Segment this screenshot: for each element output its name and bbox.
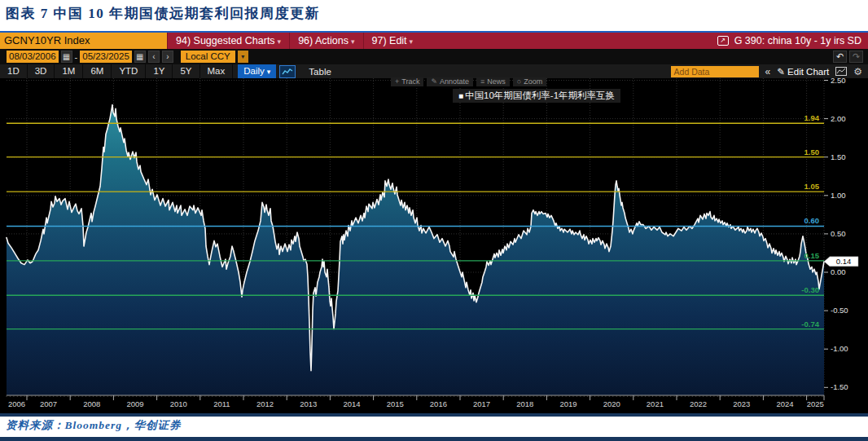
undo-button[interactable]: ↶ [833,51,847,63]
level-label--0.74: -0.74 [801,320,819,329]
track-button[interactable]: +Track [391,77,423,86]
edit-chart-button[interactable]: ✎ Edit Chart [777,66,829,77]
date-bar: 08/03/2006 ▦ - 05/23/2025 ▦ ‹ › Local CC… [0,49,868,64]
level-label-1.94: 1.94 [804,113,820,122]
chart-settings-icon[interactable] [835,67,847,76]
x-axis-year-label: 2023 [733,399,750,408]
undo-redo-group: ↶ ↷ [833,51,868,63]
pencil-icon: ✎ [777,67,785,77]
table-border-bottom [0,437,868,441]
x-axis-year-label: 2025 [807,399,824,408]
x-axis-year-label: 2017 [473,399,490,408]
y-axis-tick-label: -1.00 [831,344,848,353]
x-axis-year-label: 2007 [40,399,57,408]
x-axis-year-label: 2024 [776,399,793,408]
y-axis-tick-label: 1.00 [831,191,846,200]
date-separator: - [75,52,78,62]
security-ticker-input[interactable]: GCNY10YR Index [0,33,167,49]
gear-icon[interactable]: ⚙ [853,66,862,77]
tab-6m[interactable]: 6M [83,64,112,78]
level-label-1.05: 1.05 [804,182,820,191]
x-axis-year-label: 2019 [559,399,576,408]
news-button[interactable]: ≡News [476,77,510,86]
news-icon: ≡ [480,77,484,86]
prev-period-button[interactable]: ‹ [148,51,160,63]
menu-suggested-charts[interactable]: 94) Suggested Charts▾ [167,33,289,49]
tab-5y[interactable]: 5Y [173,64,199,78]
end-calendar-icon[interactable]: ▦ [134,51,146,63]
tab-ytd[interactable]: YTD [112,64,146,78]
collapse-panel-icon[interactable]: « [765,66,771,77]
tab-max[interactable]: Max [200,64,234,78]
y-axis-tick-label: -0.50 [831,306,848,315]
currency-dropdown-icon[interactable]: ▾ [238,51,248,63]
report-page: 图表 7 中国 10 年期国债远期套利回报周度更新 GCNY10YR Index… [0,0,868,441]
x-axis-year-label: 2020 [603,399,620,408]
x-axis-year-label: 2013 [300,399,317,408]
magnifier-icon: ○ [517,77,521,86]
range-tab-bar: 1D 3D 1M 6M YTD 1Y 5Y Max Daily▾ Table A… [0,64,868,78]
x-axis-year-label: 2014 [343,399,360,408]
menu-actions[interactable]: 96) Actions▾ [289,33,362,49]
legend-label: 中国10年期国债利率-1年期利率互换 [465,90,615,100]
last-price-value: 0.14 [836,257,852,266]
annotate-button[interactable]: ✎Annotate [427,77,473,86]
x-axis-year-label: 2008 [83,399,100,408]
level-label--0.30: -0.30 [801,285,819,294]
zoom-button[interactable]: ○Zoom [513,77,546,86]
level-label-0.15: 0.15 [804,251,820,260]
y-axis-tick-label: 1.50 [831,152,846,161]
table-view-button[interactable]: Table [309,67,331,77]
end-date-input[interactable]: 05/23/2025 [80,51,132,63]
tab-1d[interactable]: 1D [0,64,28,78]
level-label-1.50: 1.50 [804,148,820,157]
tab-3d[interactable]: 3D [28,64,55,78]
legend-marker-icon: ■ [458,91,463,100]
chart-toolbar: +Track ✎Annotate ≡News ○Zoom [391,77,546,86]
y-axis-tick-label: 2.50 [831,76,846,85]
tab-1y[interactable]: 1Y [146,64,173,78]
window-title: ↗ G 390: china 10y - 1y irs SD [717,35,868,46]
x-axis-year-label: 2022 [690,399,707,408]
period-select[interactable]: Daily▾ [238,64,276,78]
chevron-down-icon: ▾ [267,68,271,76]
start-date-input[interactable]: 08/03/2006 [7,51,59,63]
x-axis-year-label: 2006 [8,399,25,408]
redo-button[interactable]: ↷ [849,51,863,63]
bloomberg-terminal: GCNY10YR Index 94) Suggested Charts▾ 96)… [0,31,868,413]
x-axis-year-label: 2010 [170,399,187,408]
price-chart[interactable]: 2.502.001.501.000.500.00-0.50-1.00-1.501… [0,78,868,413]
series-area [7,105,824,395]
y-axis-tick-label: -1.50 [831,382,848,391]
data-source-note: 资料来源：Bloomberg，华创证券 [6,418,182,433]
x-axis-year-label: 2015 [387,399,404,408]
next-period-button[interactable]: › [162,51,173,63]
window-title-text: G 390: china 10y - 1y irs SD [734,35,861,46]
level-label-0.60: 0.60 [804,216,820,225]
series-legend: ■中国10年期国债利率-1年期利率互换 [453,89,620,103]
menu-bar: GCNY10YR Index 94) Suggested Charts▾ 96)… [0,33,868,49]
currency-select[interactable]: Local CCY [181,51,235,63]
line-chart-type-icon[interactable] [279,65,296,78]
x-axis-year-label: 2018 [516,399,533,408]
menu-edit[interactable]: 97) Edit▾ [363,33,422,49]
y-axis-tick-label: 0.50 [831,229,846,238]
x-axis-year-label: 2009 [126,399,143,408]
x-axis-year-label: 2011 [213,399,230,408]
chevron-down-icon: ▾ [410,37,414,46]
pencil-icon: ✎ [431,77,437,86]
x-axis-year-label: 2012 [256,399,274,408]
start-calendar-icon[interactable]: ▦ [61,51,72,63]
tab-1m[interactable]: 1M [55,64,83,78]
chevron-down-icon: ▾ [278,37,282,46]
crosshair-icon: + [395,77,399,86]
x-axis-year-label: 2016 [430,399,447,408]
x-axis-year-label: 2021 [647,399,664,408]
chevron-down-icon: ▾ [351,37,355,46]
figure-title: 图表 7 中国 10 年期国债远期套利回报周度更新 [6,4,320,23]
export-icon[interactable]: ↗ [717,36,729,46]
add-data-input[interactable]: Add Data [671,66,759,77]
y-axis-tick-label: 0.00 [831,267,846,276]
table-border-top [0,413,868,417]
y-axis-tick-label: 2.00 [831,114,846,123]
